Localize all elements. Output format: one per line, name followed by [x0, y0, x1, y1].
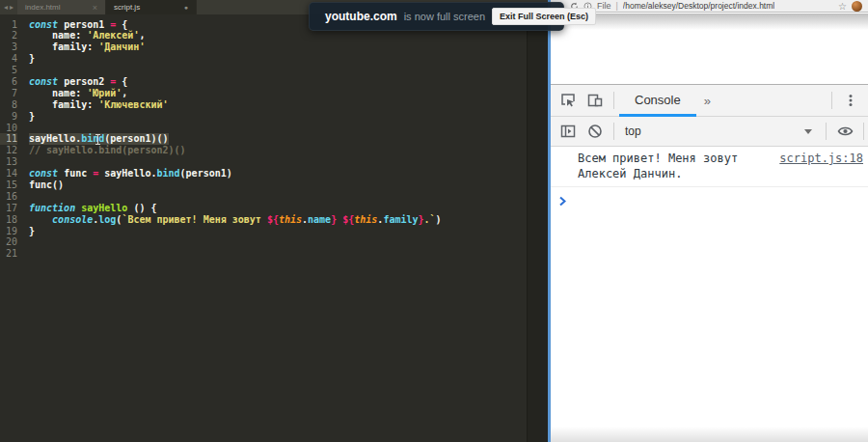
tab-nav-back-icon[interactable]: ◂ — [4, 3, 8, 12]
live-expression-eye-button[interactable] — [831, 119, 858, 144]
code-line: 18 console.log(`Всем привет! Меня зовут … — [0, 214, 526, 226]
toolbar-divider — [831, 92, 832, 109]
toolbar-divider — [613, 123, 614, 140]
toast-site: youtube.com — [325, 10, 397, 23]
code-line: 13 — [0, 156, 526, 168]
code-editor[interactable]: ◂ ▸ index.html × script.js ● 1const pers… — [0, 0, 548, 442]
fullscreen-toast: youtube.com is now full screen Exit Full… — [309, 2, 564, 31]
tab-dirty-icon: ● — [184, 4, 188, 11]
devtools-panel: Console » top — [551, 84, 868, 442]
profile-avatar[interactable] — [852, 1, 862, 12]
code-line: 10 — [0, 123, 526, 134]
code-line: 11sayHello.bind(person1)() — [0, 133, 526, 145]
browser-address-bar[interactable]: → File | /home/aleksey/Desktop/project/i… — [551, 0, 868, 13]
mouse-cursor — [97, 134, 98, 145]
console-prompt-icon — [559, 196, 566, 207]
tab-close-icon[interactable]: × — [93, 3, 97, 13]
console-toolbar: top — [551, 117, 868, 147]
console-sidebar-button[interactable] — [555, 119, 582, 144]
devtools-menu-button[interactable] — [837, 88, 864, 113]
console-message: Всем привет! Меня зовут Алексей Данчин. … — [551, 147, 868, 187]
code-line: 17function sayHello () { — [0, 203, 526, 214]
console-log: Всем привет! Меня зовут Алексей Данчин. … — [551, 147, 868, 212]
tab-nav-forward-icon[interactable]: ▸ — [10, 3, 14, 12]
toast-message: is now full screen — [404, 11, 485, 22]
code-lines[interactable]: 1const person1 = {2 name: 'Алексей',3 fa… — [0, 14, 526, 442]
inspect-element-button[interactable] — [555, 88, 582, 113]
chevron-down-icon[interactable] — [804, 129, 812, 134]
bookmark-star-icon[interactable]: ☆ — [838, 1, 847, 12]
code-line: 12// sayHello.bind(person2)() — [0, 145, 526, 156]
tab-label: index.html — [25, 3, 60, 12]
editor-scrollbar[interactable] — [527, 14, 548, 442]
source-link[interactable]: script.js:18 — [779, 151, 863, 166]
code-line: 20 — [0, 236, 526, 248]
code-line: 14const func = sayHello.bind(person1) — [0, 168, 526, 180]
toolbar-divider — [863, 123, 864, 140]
url-divider: | — [616, 1, 618, 11]
url-text[interactable]: /home/aleksey/Desktop/project/index.html — [623, 1, 774, 11]
code-line: 7 name: 'Юрий', — [0, 88, 526, 99]
code-line: 16 — [0, 191, 526, 203]
code-line: 8 family: 'Ключевский' — [0, 99, 526, 111]
console-prompt[interactable] — [551, 187, 868, 212]
console-message-line2: Алексей Данчин. — [578, 166, 862, 181]
code-line: 4} — [0, 53, 526, 65]
editor-tab-script-js[interactable]: script.js ● — [106, 0, 197, 14]
tab-console[interactable]: Console — [619, 85, 696, 117]
page-shadow — [551, 14, 868, 30]
code-line: 19} — [0, 226, 526, 237]
tab-nav-arrows[interactable]: ◂ ▸ — [0, 0, 17, 14]
toolbar-divider — [826, 123, 827, 140]
clear-console-button[interactable] — [582, 119, 609, 144]
code-line: 9} — [0, 111, 526, 123]
screen: ◂ ▸ index.html × script.js ● 1const pers… — [0, 0, 868, 442]
more-tabs-button[interactable]: » — [696, 94, 719, 108]
code-line: 3 family: 'Данчин' — [0, 41, 526, 53]
code-line: 21 — [0, 248, 526, 260]
toolbar-divider — [613, 92, 614, 109]
code-line: 6const person2 = { — [0, 76, 526, 88]
browser-panel: → File | /home/aleksey/Desktop/project/i… — [548, 0, 868, 442]
tab-label: script.js — [114, 3, 140, 12]
code-line: 15func() — [0, 180, 526, 191]
context-selector[interactable]: top — [625, 124, 641, 138]
device-toolbar-button[interactable] — [582, 88, 609, 113]
bottom-fade — [551, 427, 868, 442]
code-line: 5 — [0, 65, 526, 76]
code-line: 2 name: 'Алексей', — [0, 30, 526, 41]
editor-tab-index-html[interactable]: index.html × — [17, 0, 106, 14]
exit-fullscreen-button[interactable]: Exit Full Screen (Esc) — [492, 8, 596, 25]
url-scheme: File — [597, 1, 611, 11]
devtools-main-toolbar: Console » — [551, 85, 868, 117]
